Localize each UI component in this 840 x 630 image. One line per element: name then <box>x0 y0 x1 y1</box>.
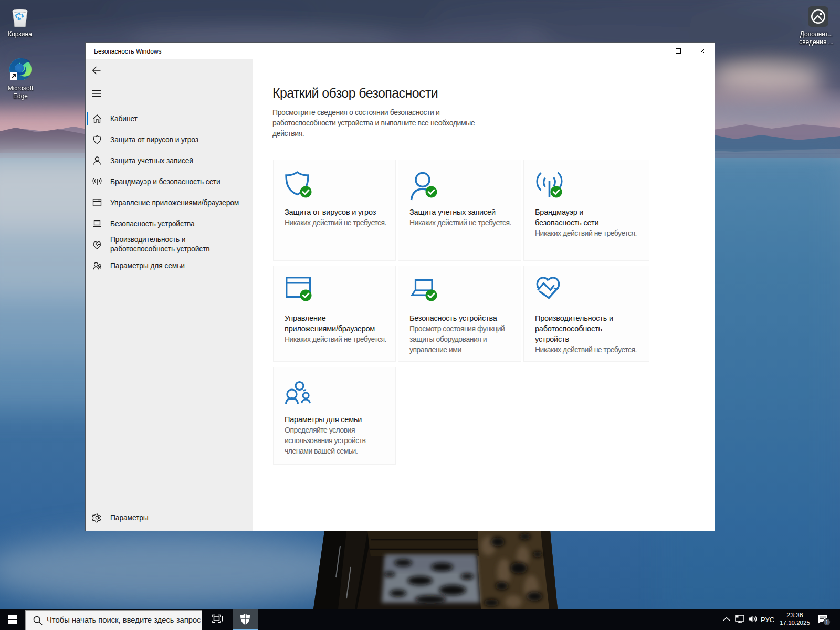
svg-text:1: 1 <box>825 620 828 625</box>
